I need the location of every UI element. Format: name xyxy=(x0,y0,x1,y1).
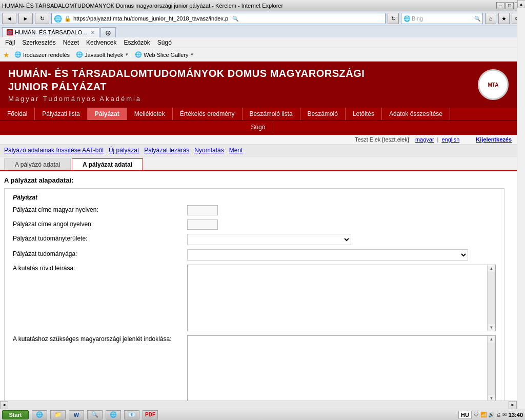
scroll-left-main[interactable]: ◄ xyxy=(0,401,8,409)
fav-javasolt-arrow: ▼ xyxy=(125,52,129,57)
ie-icon: 🌐 xyxy=(14,51,22,58)
taskbar-folder[interactable]: 📁 xyxy=(50,410,66,419)
browser-tab-0[interactable]: 🌐 HUMÁN- ÉS TÁRSADALO... ✕ xyxy=(2,27,99,37)
lang-en[interactable]: english xyxy=(441,136,459,143)
field-row-2: Pályázat tudományterülete: xyxy=(13,234,496,245)
favorites-star-icon: ★ xyxy=(3,51,10,59)
content-area: A pályázat alapadatai: Pályázat Pályázat… xyxy=(0,171,517,407)
nav-mellekletek[interactable]: Mellékletek xyxy=(127,108,173,120)
palyazat-tudomanyterület[interactable] xyxy=(187,234,351,245)
favorites-irodaszer[interactable]: 🌐 Irodaszer rendelés xyxy=(13,51,71,58)
search-icon: 🔍 xyxy=(91,411,98,418)
restore-button[interactable]: □ xyxy=(506,2,514,9)
lang-hu[interactable]: magyar xyxy=(415,136,434,143)
page-content: HUMÁN- ÉS TÁRSADALOMTUDOMÁNYOK Domus MAG… xyxy=(0,62,517,407)
tab-close-0[interactable]: ✕ xyxy=(91,30,95,35)
tab-palyazo-adatai[interactable]: A pályázó adatai xyxy=(4,158,71,170)
shield-icon: 🛡 xyxy=(474,412,479,417)
folder-icon: 📁 xyxy=(54,411,62,418)
favorites-star-button[interactable]: ★ xyxy=(498,13,510,24)
menu-edit[interactable]: Szerkesztés xyxy=(19,38,58,47)
textarea-scrollbar-1[interactable]: ▲ ▼ xyxy=(487,336,495,402)
textarea-scrollbar-0[interactable]: ▲ ▼ xyxy=(487,265,495,331)
menu-help[interactable]: Súgó xyxy=(154,38,175,47)
nav-adatok[interactable]: Adatok összesítése xyxy=(382,108,450,120)
clock: 13:40 xyxy=(509,412,523,418)
palyazat-cime-angol[interactable] xyxy=(187,219,218,230)
scroll-up-1[interactable]: ▲ xyxy=(489,336,495,343)
favorites-javasolt[interactable]: 🌐 Javasolt helyek ▼ xyxy=(74,51,130,58)
menu-tools[interactable]: Eszközök xyxy=(120,38,153,47)
forward-button[interactable]: ► xyxy=(18,13,33,24)
palyazat-tudomanyaga[interactable] xyxy=(187,249,468,261)
scroll-down-0[interactable]: ▼ xyxy=(489,324,495,331)
logout-button[interactable]: Kijelentkezés xyxy=(476,136,512,143)
field-row-5: A kutatáshoz szükséges magyarországi jel… xyxy=(13,335,496,402)
scroll-up-main[interactable]: ▲ xyxy=(517,0,526,8)
window-title: HUMÁN- ÉS TÁRSADALOMTUDOMÁNYOK Domus mag… xyxy=(2,3,496,9)
nav-palyazati-lista[interactable]: Pályázati lista xyxy=(35,108,87,120)
user-name: Teszt Elek [teszt.elek] xyxy=(355,136,409,143)
sys-tray: 🛡 📶 🔊 🖨 ✉ xyxy=(474,412,507,417)
scroll-up-0[interactable]: ▲ xyxy=(489,265,495,272)
minimize-button[interactable]: – xyxy=(496,2,504,9)
action-new[interactable]: Új pályázat xyxy=(109,147,139,154)
taskbar-search[interactable]: 🔍 xyxy=(87,410,103,419)
network-icon: 📶 xyxy=(480,412,487,417)
taskbar-pdf[interactable]: PDF xyxy=(143,410,158,419)
address-bar-row: ◄ ► ↻ 🌐 🔒 https://palyazat.mta.hu/domus_… xyxy=(0,11,525,26)
nav-letoltes[interactable]: Letöltés xyxy=(346,108,382,120)
nav-sugo[interactable]: Súgó xyxy=(244,121,273,133)
section-title: A pályázat alapadatai: xyxy=(4,176,509,184)
nav-fooldal[interactable]: Főoldal xyxy=(0,108,35,120)
tab-favicon-0: 🌐 xyxy=(7,29,13,35)
jelenlét-indoklasa-textarea[interactable]: ▲ ▼ xyxy=(187,335,496,402)
kutatas-leiras-textarea[interactable]: ▲ ▼ xyxy=(187,265,496,331)
word-icon: W xyxy=(74,412,79,418)
field-row-0: Pályázat címe magyar nyelven: xyxy=(13,205,496,215)
action-print[interactable]: Nyomtatás xyxy=(194,147,224,154)
taskbar-email[interactable]: 📧 xyxy=(124,410,139,419)
ie-icon: 🌐 xyxy=(36,411,43,418)
scroll-htrack-main xyxy=(8,401,509,409)
menu-view[interactable]: Nézet xyxy=(60,38,82,47)
tab-palyazat-adatai[interactable]: A pályázat adatai xyxy=(72,158,143,170)
address-bar[interactable]: 🌐 🔒 https://palyazat.mta.hu/domus_junior… xyxy=(51,13,386,24)
scroll-right-main[interactable]: ► xyxy=(509,401,517,409)
page-title-sub: Magyar Tudományos Akadémia xyxy=(8,95,478,103)
field-row-3: Pályázat tudományága: xyxy=(13,249,496,261)
nav-palyazat[interactable]: Pályázat xyxy=(88,108,127,120)
browser-tab-1[interactable]: ⊕ xyxy=(100,27,116,37)
page-title-line2: JUNIOR PÁLYÁZAT xyxy=(8,80,478,93)
nav-beszamolo[interactable]: Beszámoló xyxy=(300,108,346,120)
favorites-webslice[interactable]: 🌐 Web Slice Gallery ▼ xyxy=(133,51,195,58)
field-label-0: Pályázat címe magyar nyelven: xyxy=(13,205,187,213)
lang-indicator: HU xyxy=(458,411,472,419)
action-refresh-aat[interactable]: Pályázó adatainak frissítése AAT-ből xyxy=(4,147,104,154)
palyazat-cime-magyar[interactable] xyxy=(187,205,218,215)
fav-webslice-label: Web Slice Gallery xyxy=(144,52,188,58)
field-row-1: Pályázat címe angol nyelven: xyxy=(13,219,496,230)
start-button[interactable]: Start xyxy=(2,410,29,419)
action-save[interactable]: Ment xyxy=(229,147,243,154)
field-label-5: A kutatáshoz szükséges magyarországi jel… xyxy=(13,335,187,343)
action-close[interactable]: Pályázat lezárás xyxy=(144,147,189,154)
nav-ertekeles[interactable]: Értékelés eredmény xyxy=(173,108,243,120)
menu-file[interactable]: Fájl xyxy=(2,38,18,47)
refresh-button[interactable]: ↻ xyxy=(35,13,49,24)
nav-beszamolo-lista[interactable]: Beszámoló lista xyxy=(243,108,300,120)
field-control-5: ▲ ▼ xyxy=(187,335,496,402)
favorites-bar: ★ 🌐 Irodaszer rendelés 🌐 Javasolt helyek… xyxy=(0,48,525,62)
lang-separator: | xyxy=(437,136,439,143)
taskbar-word[interactable]: W xyxy=(69,410,84,419)
taskbar-browser[interactable]: 🌐 xyxy=(106,410,121,419)
menu-favorites[interactable]: Kedvencek xyxy=(83,38,119,47)
field-control-1 xyxy=(187,219,496,230)
taskbar-ie[interactable]: 🌐 xyxy=(32,410,47,419)
back-button[interactable]: ◄ xyxy=(2,13,16,24)
search-box[interactable]: 🌐 Bing 🔍 xyxy=(401,13,483,24)
home-button[interactable]: ⌂ xyxy=(485,13,496,24)
javasolt-icon: 🌐 xyxy=(76,51,83,58)
address-refresh-icon[interactable]: ↻ xyxy=(388,13,399,24)
page-title-main: HUMÁN- ÉS TÁRSADALOMTUDOMÁNYOK Domus MAG… xyxy=(8,67,478,80)
